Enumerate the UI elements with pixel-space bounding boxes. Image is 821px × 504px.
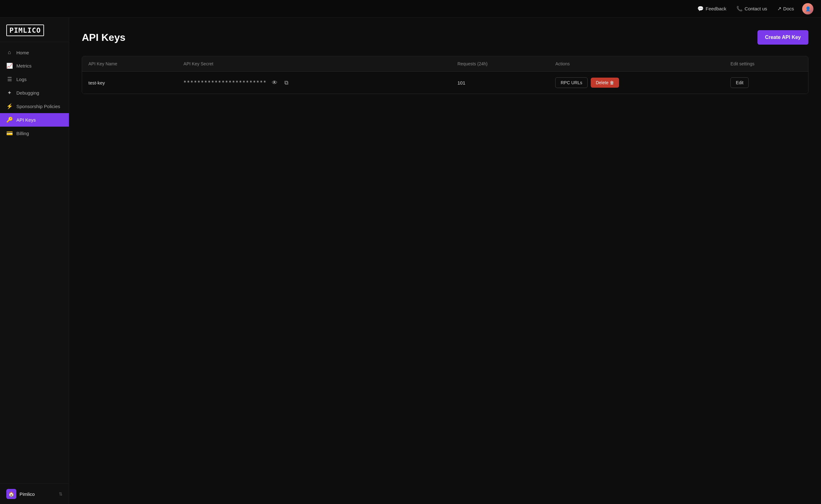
col-header-name: API Key Name: [82, 56, 177, 72]
sidebar-item-label: Logs: [16, 77, 27, 82]
delete-button[interactable]: Delete 🗑: [591, 78, 619, 88]
sidebar-item-billing[interactable]: 💳 Billing: [0, 127, 69, 140]
secret-text: ************************: [183, 80, 267, 85]
contact-label: Contact us: [745, 6, 767, 11]
page-header: API Keys Create API Key: [82, 30, 808, 45]
sidebar-item-label: Sponsorship Policies: [16, 104, 60, 109]
cell-actions: RPC URLs Delete 🗑: [549, 72, 724, 94]
sidebar-item-label: Billing: [16, 131, 29, 136]
sidebar-item-logs[interactable]: ☰ Logs: [0, 73, 69, 86]
api-key-icon: 🔑: [6, 117, 13, 123]
footer-left: 🏠 Pimlico: [6, 489, 35, 499]
table-row: test-key ************************ 👁 ⧉ 10…: [82, 72, 808, 94]
cell-edit: Edit: [724, 72, 808, 94]
feedback-icon: 💬: [697, 6, 704, 12]
copy-secret-button[interactable]: ⧉: [283, 78, 290, 87]
feedback-button[interactable]: 💬 Feedback: [693, 4, 731, 14]
col-header-secret: API Key Secret: [177, 56, 451, 72]
avatar[interactable]: 👤: [802, 3, 813, 14]
layout: PIMLICO ⌂ Home 📈 Metrics ☰ Logs ✦ Debugg…: [0, 18, 821, 504]
debug-icon: ✦: [6, 90, 13, 96]
home-icon: ⌂: [6, 49, 13, 56]
sidebar-item-label: Metrics: [16, 63, 31, 68]
table-header-row: API Key Name API Key Secret Requests (24…: [82, 56, 808, 72]
main-content: API Keys Create API Key API Key Name API…: [69, 18, 821, 504]
sidebar-logo: PIMLICO: [0, 18, 69, 42]
api-keys-table: API Key Name API Key Secret Requests (24…: [82, 56, 808, 94]
docs-button[interactable]: ↗ Docs: [773, 4, 798, 14]
chevron-icon: ⇅: [59, 491, 63, 496]
sidebar-item-label: Debugging: [16, 90, 39, 96]
api-keys-table-container: API Key Name API Key Secret Requests (24…: [82, 56, 808, 94]
docs-label: Docs: [783, 6, 794, 11]
edit-button[interactable]: Edit: [730, 77, 749, 88]
sidebar-footer[interactable]: 🏠 Pimlico ⇅: [0, 484, 69, 504]
footer-org-name: Pimlico: [19, 491, 35, 497]
sidebar-item-label: API Keys: [16, 117, 36, 123]
col-header-edit: Edit settings: [724, 56, 808, 72]
metrics-icon: 📈: [6, 63, 13, 69]
col-header-requests: Requests (24h): [451, 56, 549, 72]
logs-icon: ☰: [6, 76, 13, 83]
rpc-urls-button[interactable]: RPC URLs: [555, 77, 587, 88]
sponsorship-icon: ⚡: [6, 103, 13, 110]
sidebar: PIMLICO ⌂ Home 📈 Metrics ☰ Logs ✦ Debugg…: [0, 18, 69, 504]
create-api-key-button[interactable]: Create API Key: [758, 30, 808, 45]
sidebar-item-sponsorship-policies[interactable]: ⚡ Sponsorship Policies: [0, 100, 69, 113]
external-link-icon: ↗: [777, 6, 781, 12]
sidebar-item-metrics[interactable]: 📈 Metrics: [0, 59, 69, 73]
sidebar-item-api-keys[interactable]: 🔑 API Keys: [0, 113, 69, 127]
col-header-actions: Actions: [549, 56, 724, 72]
topbar: 💬 Feedback 📞 Contact us ↗ Docs 👤: [0, 0, 821, 18]
cell-key-name: test-key: [82, 72, 177, 94]
cell-key-secret: ************************ 👁 ⧉: [177, 72, 451, 94]
page-title: API Keys: [82, 32, 125, 43]
footer-logo-icon: 🏠: [6, 489, 16, 499]
reveal-secret-button[interactable]: 👁: [270, 78, 279, 87]
logo-text: PIMLICO: [6, 25, 44, 36]
phone-icon: 📞: [736, 6, 743, 12]
sidebar-item-debugging[interactable]: ✦ Debugging: [0, 86, 69, 100]
topbar-actions: 💬 Feedback 📞 Contact us ↗ Docs 👤: [693, 3, 813, 14]
feedback-label: Feedback: [706, 6, 726, 11]
sidebar-item-label: Home: [16, 50, 29, 55]
sidebar-nav: ⌂ Home 📈 Metrics ☰ Logs ✦ Debugging ⚡ Sp…: [0, 42, 69, 484]
billing-icon: 💳: [6, 130, 13, 137]
cell-requests: 101: [451, 72, 549, 94]
contact-button[interactable]: 📞 Contact us: [732, 4, 772, 14]
sidebar-item-home[interactable]: ⌂ Home: [0, 46, 69, 59]
